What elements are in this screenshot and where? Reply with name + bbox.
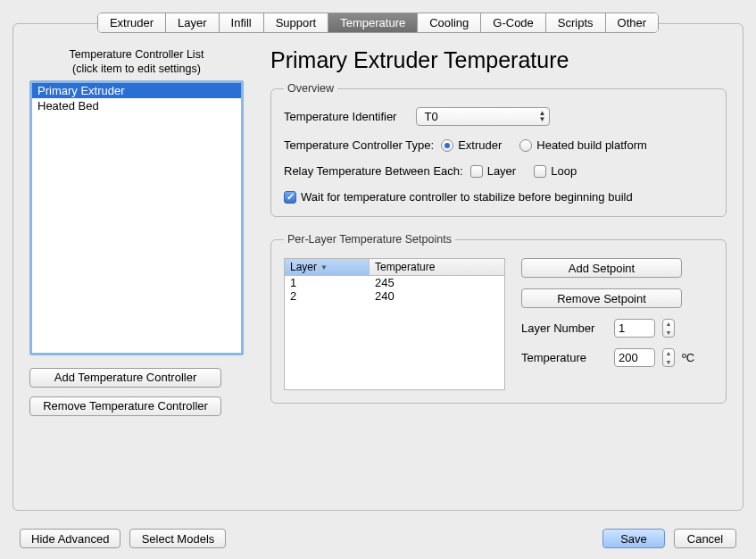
setpoints-legend: Per-Layer Temperature Setpoints xyxy=(284,233,455,246)
identifier-label: Temperature Identifier xyxy=(284,110,396,123)
layer-number-stepper[interactable]: ▲▼ xyxy=(662,319,675,338)
save-button[interactable]: Save xyxy=(602,529,665,548)
setpoints-group: Per-Layer Temperature Setpoints Layer ▼ … xyxy=(270,233,727,404)
controller-type-label: Temperature Controller Type: xyxy=(284,138,434,152)
select-models-button[interactable]: Select Models xyxy=(129,529,226,548)
hide-advanced-button[interactable]: Hide Advanced xyxy=(20,529,120,548)
list-item[interactable]: Primary Extruder xyxy=(32,83,241,98)
tab-support[interactable]: Support xyxy=(264,13,329,32)
col-header-layer[interactable]: Layer ▼ xyxy=(285,259,370,275)
overview-group: Overview Temperature Identifier T0 ▲▼ Te… xyxy=(270,82,727,217)
wait-stabilize-checkbox[interactable]: Wait for temperature controller to stabi… xyxy=(284,190,633,204)
relay-label: Relay Temperature Between Each: xyxy=(284,164,463,178)
layer-number-label: Layer Number xyxy=(521,321,607,335)
tab-temperature[interactable]: Temperature xyxy=(328,13,418,32)
radio-dot-icon xyxy=(519,139,532,152)
tab-cooling[interactable]: Cooling xyxy=(418,13,481,32)
radio-dot-icon xyxy=(441,139,453,152)
checkbox-icon xyxy=(470,165,483,178)
temperature-input[interactable] xyxy=(614,348,655,367)
col-header-temperature[interactable]: Temperature xyxy=(370,259,504,275)
sort-desc-icon: ▼ xyxy=(320,263,328,271)
tab-infill[interactable]: Infill xyxy=(220,13,264,32)
overview-legend: Overview xyxy=(284,82,337,95)
temperature-unit: ºC xyxy=(682,351,694,364)
checkbox-icon xyxy=(534,165,546,178)
controller-list[interactable]: Primary Extruder Heated Bed xyxy=(29,80,244,355)
page-title: Primary Extruder Temperature xyxy=(270,47,727,73)
remove-setpoint-button[interactable]: Remove Setpoint xyxy=(521,288,682,308)
main-panel: Temperature Controller List (click item … xyxy=(12,23,744,511)
tab-other[interactable]: Other xyxy=(606,13,659,32)
radio-heated-platform[interactable]: Heated build platform xyxy=(519,138,647,152)
tab-extruder[interactable]: Extruder xyxy=(98,13,166,32)
cancel-button[interactable]: Cancel xyxy=(674,529,736,548)
checkbox-icon xyxy=(284,191,296,204)
list-item[interactable]: Heated Bed xyxy=(32,98,241,113)
temperature-label: Temperature xyxy=(521,351,607,364)
tabs-bar: Extruder Layer Infill Support Temperatur… xyxy=(97,13,659,33)
temperature-stepper[interactable]: ▲▼ xyxy=(662,348,675,367)
remove-controller-button[interactable]: Remove Temperature Controller xyxy=(29,396,221,416)
tab-scripts[interactable]: Scripts xyxy=(546,13,606,32)
table-row[interactable]: 2 240 xyxy=(285,289,504,303)
add-controller-button[interactable]: Add Temperature Controller xyxy=(29,368,221,388)
identifier-select[interactable]: T0 ▲▼ xyxy=(416,107,550,126)
tab-layer[interactable]: Layer xyxy=(166,13,220,32)
relay-layer-checkbox[interactable]: Layer xyxy=(470,164,517,178)
layer-number-input[interactable] xyxy=(614,319,655,338)
relay-loop-checkbox[interactable]: Loop xyxy=(534,164,577,178)
tab-gcode[interactable]: G-Code xyxy=(481,13,546,32)
radio-extruder[interactable]: Extruder xyxy=(441,138,502,152)
add-setpoint-button[interactable]: Add Setpoint xyxy=(521,258,682,278)
setpoints-table[interactable]: Layer ▼ Temperature 1 245 2 240 xyxy=(284,258,505,390)
chevron-updown-icon: ▲▼ xyxy=(539,110,546,122)
table-row[interactable]: 1 245 xyxy=(285,276,504,289)
controller-list-title: Temperature Controller List (click item … xyxy=(29,47,244,77)
